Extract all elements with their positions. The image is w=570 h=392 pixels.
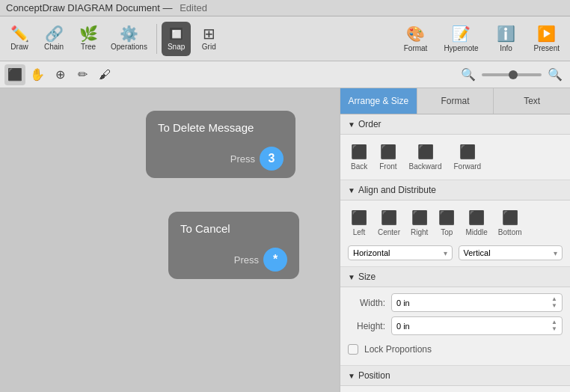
grid-icon: ⊞ — [203, 26, 215, 41]
tab-arrange[interactable]: Arrange & Size — [340, 88, 417, 114]
align-section-header[interactable]: ▼ Align and Distribute — [340, 180, 570, 200]
forward-button[interactable]: ⬛ Forward — [450, 141, 484, 174]
align-middle-label: Middle — [465, 228, 487, 236]
grid-tool[interactable]: ⊞ Grid — [192, 19, 225, 59]
present-icon: ▶️ — [537, 25, 556, 43]
width-down[interactable]: ▼ — [551, 303, 557, 309]
align-right-button[interactable]: ⬛ Right — [408, 206, 431, 239]
move-tool[interactable]: ⊕ — [49, 64, 70, 85]
chain-tool[interactable]: 🔗 Chain — [37, 19, 70, 59]
vertical-arrow: ▾ — [554, 249, 557, 257]
vertical-dropdown[interactable]: Vertical ▾ — [459, 245, 563, 260]
align-arrow: ▼ — [348, 186, 355, 195]
height-stepper[interactable]: ▲ ▼ — [551, 319, 557, 332]
tree-tool[interactable]: 🌿 Tree — [72, 19, 105, 59]
align-center-icon: ⬛ — [381, 209, 397, 226]
zoom-in-button[interactable]: 🔍 — [545, 64, 566, 85]
front-button[interactable]: ⬛ Front — [376, 141, 399, 174]
lock-checkbox[interactable] — [348, 344, 358, 355]
lock-row: Lock Proportions — [348, 340, 563, 359]
present-label: Present — [534, 44, 560, 52]
select-tool[interactable]: ⬛ — [4, 64, 25, 85]
width-up[interactable]: ▲ — [551, 296, 557, 302]
format-label: Format — [404, 44, 428, 52]
info-tool[interactable]: ℹ️ Info — [488, 19, 525, 59]
height-value: 0 in — [396, 322, 551, 331]
operations-tool[interactable]: ⚙️ Operations — [106, 19, 152, 59]
distribute-dropdowns: Horizontal ▾ Vertical ▾ — [348, 245, 563, 260]
tab-text[interactable]: Text — [494, 88, 570, 114]
size-section-header[interactable]: ▼ Size — [340, 267, 570, 287]
align-section-body: ⬛ Left ⬛ Center ⬛ Right ⬛ Top — [340, 200, 570, 267]
horizontal-dropdown[interactable]: Horizontal ▾ — [348, 245, 453, 260]
align-left-button[interactable]: ⬛ Left — [348, 206, 370, 239]
width-row: Width: 0 in ▲ ▼ — [348, 293, 563, 312]
tree-icon: 🌿 — [79, 26, 98, 41]
paint-tool[interactable]: 🖌 — [94, 64, 115, 85]
title-separator: — — [160, 2, 175, 13]
format-tool[interactable]: 🎨 Format — [396, 19, 435, 59]
align-right-icon: ⬛ — [411, 209, 428, 226]
size-arrow: ▼ — [348, 273, 355, 281]
position-arrow: ▼ — [348, 372, 355, 380]
draw-label: Draw — [10, 43, 28, 51]
align-middle-icon: ⬛ — [468, 209, 485, 226]
node-delete-message[interactable]: To Delete Message Press 3 — [146, 111, 295, 178]
present-tool[interactable]: ▶️ Present — [527, 19, 567, 59]
horizontal-arrow: ▾ — [444, 249, 447, 257]
front-icon: ⬛ — [380, 144, 396, 160]
node2-label: To Cancel — [180, 222, 230, 235]
width-stepper[interactable]: ▲ ▼ — [551, 296, 557, 309]
pencil-tool[interactable]: ✏ — [72, 64, 93, 85]
order-label: Order — [358, 119, 381, 129]
position-section-body: X 0 in ▲ ▼ Y 0 in ▲ — [340, 386, 570, 392]
main-content: To Delete Message Press 3 To Cancel Pres… — [0, 88, 570, 392]
height-row: Height: 0 in ▲ ▼ — [348, 316, 563, 335]
tab-format[interactable]: Format — [417, 88, 494, 114]
height-up[interactable]: ▲ — [551, 319, 557, 325]
align-center-button[interactable]: ⬛ Center — [375, 206, 403, 239]
align-bottom-button[interactable]: ⬛ Bottom — [495, 206, 525, 239]
draw-icon: ✏️ — [10, 26, 29, 41]
chain-label: Chain — [44, 43, 64, 51]
backward-button[interactable]: ⬛ Backward — [406, 141, 445, 174]
canvas[interactable]: To Delete Message Press 3 To Cancel Pres… — [0, 88, 340, 392]
align-left-icon: ⬛ — [351, 209, 367, 226]
position-label: Position — [358, 370, 390, 381]
hypernote-tool[interactable]: 📝 Hypernote — [436, 19, 485, 59]
forward-label: Forward — [453, 162, 481, 171]
height-label: Height: — [348, 321, 385, 331]
back-button[interactable]: ⬛ Back — [348, 141, 370, 174]
main-toolbar: ✏️ Draw 🔗 Chain 🌿 Tree ⚙️ Operations 🔲 S… — [0, 16, 570, 61]
tools-bar: ⬛ ✋ ⊕ ✏ 🖌 🔍 🔍 — [0, 61, 570, 88]
order-section-header[interactable]: ▼ Order — [340, 114, 570, 135]
draw-tool[interactable]: ✏️ Draw — [3, 19, 36, 59]
order-buttons: ⬛ Back ⬛ Front ⬛ Backward ⬛ Forward — [348, 141, 563, 174]
node1-footer: Press 3 — [230, 147, 284, 171]
align-bottom-icon: ⬛ — [502, 209, 518, 226]
align-top-button[interactable]: ⬛ Top — [435, 206, 458, 239]
panel-content: ▼ Order ⬛ Back ⬛ Front ⬛ Backward — [340, 114, 570, 392]
zoom-control: 🔍 🔍 — [458, 64, 566, 85]
align-buttons: ⬛ Left ⬛ Center ⬛ Right ⬛ Top — [348, 206, 563, 239]
snap-tool[interactable]: 🔲 Snap — [162, 22, 191, 56]
format-icon: 🎨 — [406, 25, 425, 43]
backward-icon: ⬛ — [417, 144, 434, 160]
back-icon: ⬛ — [351, 144, 367, 160]
snap-icon: 🔲 — [169, 27, 184, 41]
zoom-out-button[interactable]: 🔍 — [458, 64, 479, 85]
height-input[interactable]: 0 in ▲ ▼ — [391, 316, 563, 335]
position-section-header[interactable]: ▼ Position — [340, 366, 570, 386]
align-center-label: Center — [378, 228, 400, 236]
hand-tool[interactable]: ✋ — [27, 64, 48, 85]
node2-badge: * — [263, 248, 287, 272]
size-label: Size — [358, 272, 376, 282]
node-cancel[interactable]: To Cancel Press * — [168, 212, 299, 279]
snap-label: Snap — [168, 43, 185, 51]
width-input[interactable]: 0 in ▲ ▼ — [391, 293, 563, 312]
align-middle-button[interactable]: ⬛ Middle — [462, 206, 490, 239]
edited-label: Edited — [180, 2, 207, 13]
height-down[interactable]: ▼ — [551, 326, 557, 332]
zoom-slider[interactable] — [482, 73, 542, 76]
titlebar: ConceptDraw DIAGRAM Document — Edited — [0, 0, 570, 16]
